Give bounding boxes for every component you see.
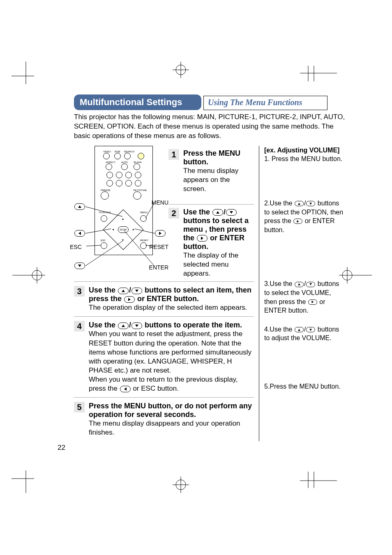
step-body: The menu display disappears and your ope… xyxy=(89,419,254,437)
up-icon xyxy=(74,203,85,210)
step-2: 2 Use the / buttons to select a menu , t… xyxy=(168,204,254,281)
up-icon xyxy=(212,209,223,216)
remote-diagram: VIDEO RGB SEARCH ASPECT AUTO BLANK xyxy=(74,146,168,273)
crop-mark xyxy=(296,61,337,85)
sidebar-title: [ex. Adjusting VOLUME] xyxy=(264,146,345,155)
menu-callout: MENU xyxy=(152,199,168,206)
step-heading: Use the / buttons to select a menu , the… xyxy=(183,208,254,251)
down-icon xyxy=(226,209,237,216)
step-5: 5 Press the MENU button, or do not perfo… xyxy=(74,397,254,441)
step-heading: Use the / buttons to operate the item. xyxy=(89,321,254,329)
subsection-title: Using The Menu Functions xyxy=(203,96,327,110)
step-3: 3 Use the / buttons to select an item, t… xyxy=(74,281,254,316)
step-heading: Press the MENU button, or do not perform… xyxy=(89,402,254,419)
registration-mark xyxy=(168,472,193,497)
down-icon xyxy=(306,201,315,206)
down-icon xyxy=(306,282,315,287)
down-icon xyxy=(74,263,85,269)
reset-callout: RESET xyxy=(149,244,168,250)
up-icon xyxy=(118,322,129,329)
crop-mark xyxy=(296,468,337,493)
enter-callout: ENTER xyxy=(149,264,168,271)
sidebar-item: 5.Press the MENU button. xyxy=(264,382,345,391)
left-icon xyxy=(74,230,85,237)
step-body: The operation display of the selected it… xyxy=(89,303,254,312)
left-icon xyxy=(120,386,131,392)
sidebar-item: 4.Use the / buttons to adjust the VOLUME… xyxy=(264,325,345,343)
main-column: VIDEO RGB SEARCH ASPECT AUTO BLANK xyxy=(74,146,259,442)
up-icon xyxy=(295,282,304,287)
page-number: 22 xyxy=(58,444,65,452)
right-icon xyxy=(308,299,317,305)
right-icon xyxy=(155,230,166,237)
up-icon xyxy=(118,288,129,294)
right-icon xyxy=(197,235,208,242)
step-body: The menu display appears on the screen. xyxy=(183,166,254,193)
crop-mark xyxy=(12,62,40,86)
step-heading: Press the MENU button. xyxy=(183,149,254,166)
sidebar-item: 2.Use the / buttons to select the OPTION… xyxy=(264,199,345,234)
step-heading: Use the / buttons to select an item, the… xyxy=(89,286,254,303)
page-content: Multifunctional Settings Using The Menu … xyxy=(74,92,345,441)
step-body: When you want to reset the adjustment, p… xyxy=(89,329,254,393)
intro-text: This projector has the following menus: … xyxy=(74,113,345,141)
down-icon xyxy=(131,288,142,294)
esc-callout: ESC xyxy=(70,244,82,250)
example-sidebar: [ex. Adjusting VOLUME] 1. Press the MENU… xyxy=(259,146,345,442)
down-icon xyxy=(131,322,142,329)
right-icon xyxy=(124,296,135,303)
sidebar-item: 3.Use the / buttons to select the VOLUME… xyxy=(264,279,345,315)
step-number: 5 xyxy=(74,402,85,412)
step-body: The display of the selected menu appears… xyxy=(183,251,254,278)
step-number: 4 xyxy=(74,321,85,332)
step-number: 3 xyxy=(74,286,85,297)
step-number: 1 xyxy=(168,149,179,160)
step-1: 1 Press the MENU button. The menu displa… xyxy=(168,146,254,197)
registration-mark xyxy=(168,58,193,82)
section-title: Multifunctional Settings xyxy=(74,94,201,110)
step-4: 4 Use the / buttons to operate the item.… xyxy=(74,316,254,397)
sidebar-item: 1. Press the MENU button. xyxy=(264,154,345,164)
step-number: 2 xyxy=(168,208,179,219)
right-icon xyxy=(293,219,302,224)
up-icon xyxy=(295,327,304,332)
up-icon xyxy=(295,201,304,206)
registration-mark xyxy=(12,263,49,288)
down-icon xyxy=(306,327,315,332)
crop-mark xyxy=(12,468,40,493)
